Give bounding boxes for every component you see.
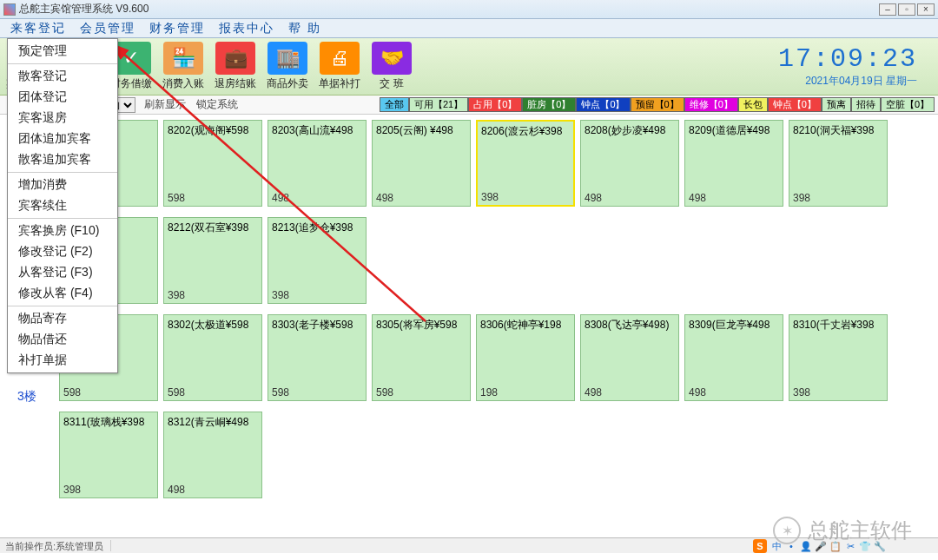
- room-tile[interactable]: 8205(云阁) ¥498498: [372, 120, 471, 207]
- room-price: 498: [585, 386, 602, 399]
- toolbar-label: 商品外卖: [267, 76, 308, 91]
- status-chip[interactable]: 占用【0】: [468, 97, 522, 112]
- menu-finance-manage[interactable]: 财务管理: [142, 21, 212, 36]
- maximize-button[interactable]: ▫: [898, 3, 915, 16]
- app-icon: [3, 3, 16, 16]
- status-chip[interactable]: 空脏【0】: [881, 97, 935, 112]
- room-tile[interactable]: 8209(道德居¥498498: [684, 120, 783, 207]
- window-titlebar: 总舵主宾馆管理系统 V9.600 – ▫ ×: [0, 0, 938, 19]
- close-button[interactable]: ×: [917, 3, 935, 16]
- menu-report-center[interactable]: 报表中心: [212, 21, 281, 36]
- refresh-display-label[interactable]: 刷新显示: [144, 97, 186, 112]
- guest-register-dropdown: 预定管理 散客登记 团体登记 宾客退房 团体追加宾客 散客追加宾客 增加消费 宾…: [7, 38, 118, 373]
- room-tile[interactable]: 8303(老子楼¥598598: [268, 314, 367, 401]
- room-tile[interactable]: 8311(玻璃栈¥398398: [59, 412, 158, 498]
- room-name: 8310(千丈岩¥398: [789, 315, 887, 335]
- room-row: 厅¥5988212(双石室¥3983988213(追梦仓¥398398: [0, 212, 938, 309]
- room-name: 8203(高山流¥498: [268, 121, 366, 141]
- clock: 17:09:23 2021年04月19日 星期一: [778, 44, 935, 89]
- status-chip[interactable]: 全部: [380, 97, 409, 112]
- room-tile[interactable]: 8302(太极道¥598598: [163, 314, 262, 401]
- lock-system-label[interactable]: 锁定系统: [196, 97, 238, 112]
- toolbar-label: 交 班: [380, 76, 403, 91]
- status-chip[interactable]: 脏房【0】: [522, 97, 576, 112]
- dropdown-group-add-guest[interactable]: 团体追加宾客: [8, 128, 117, 149]
- room-tile[interactable]: 8312(青云峒¥498498: [163, 412, 262, 498]
- toolbar-button-5[interactable]: 🏬商品外卖: [264, 42, 311, 91]
- room-name: 8309(巨龙亭¥498: [685, 315, 783, 335]
- watermark: ✶ 总舵主软件: [773, 517, 912, 544]
- toolbar-button-3[interactable]: 🏪消费入账: [160, 42, 207, 91]
- dropdown-extend-stay[interactable]: 宾客续住: [8, 195, 117, 216]
- dropdown-booking-manage[interactable]: 预定管理: [8, 41, 117, 62]
- status-chip[interactable]: 招待: [851, 97, 881, 112]
- status-chip[interactable]: 钟点【0】: [576, 97, 630, 112]
- room-name: 8303(老子楼¥598: [268, 315, 366, 335]
- room-name: 8209(道德居¥498: [685, 121, 783, 141]
- room-tile[interactable]: 8306(蛇神亭¥198198: [476, 314, 575, 401]
- dropdown-sub-guest-register[interactable]: 从客登记 (F3): [8, 262, 117, 283]
- dropdown-guest-checkout[interactable]: 宾客退房: [8, 108, 117, 128]
- dropdown-separator: [8, 63, 117, 64]
- room-price: 598: [168, 192, 185, 204]
- sogou-icon[interactable]: S: [753, 539, 767, 553]
- clock-time: 17:09:23: [778, 44, 917, 74]
- menu-help[interactable]: 帮 助: [281, 21, 328, 36]
- clock-date: 2021年04月19日 星期一: [778, 74, 917, 89]
- room-price: 198: [480, 386, 498, 399]
- toolbar-button-6[interactable]: 🖨单据补打: [316, 42, 363, 91]
- room-tile[interactable]: 8305(将军房¥598598: [372, 314, 471, 401]
- status-chip[interactable]: 可用【21】: [409, 97, 468, 112]
- dropdown-reprint[interactable]: 补打单据: [8, 350, 117, 371]
- status-chip[interactable]: 维修【0】: [684, 97, 738, 112]
- toolbar-button-7[interactable]: 🤝交 班: [368, 42, 415, 91]
- room-price: 498: [585, 192, 602, 204]
- status-chip[interactable]: 预离: [822, 97, 851, 112]
- room-tile[interactable]: 8308(飞达亭¥498)498: [580, 314, 679, 401]
- dropdown-group-checkin[interactable]: 团体登记: [8, 87, 117, 108]
- dropdown-edit-sub-guest[interactable]: 修改从客 (F4): [8, 283, 117, 304]
- dropdown-individual-checkin[interactable]: 散客登记: [8, 66, 117, 87]
- room-tile[interactable]: 8309(巨龙亭¥498498: [684, 314, 783, 401]
- menu-guest-register[interactable]: 来客登记: [3, 21, 73, 36]
- room-price: 598: [63, 386, 81, 399]
- room-price: 498: [376, 192, 393, 204]
- room-price: 598: [376, 386, 393, 399]
- filter-bar: 所有楼层 所有朝向 刷新显示 锁定系统 全部可用【21】占用【0】脏房【0】钟点…: [0, 96, 938, 115]
- room-name: 8208(妙步凌¥498: [581, 121, 678, 141]
- room-name: 8206(渡云杉¥398: [478, 122, 573, 142]
- room-name: 8202(观海阁¥598: [164, 121, 261, 141]
- status-chip[interactable]: 钟点【0】: [768, 97, 822, 112]
- toolbar-label: 消费入账: [162, 76, 204, 91]
- dropdown-add-expense[interactable]: 增加消费: [8, 175, 117, 195]
- room-price: 598: [168, 386, 185, 399]
- dropdown-separator: [8, 172, 117, 173]
- room-tile[interactable]: 8206(渡云杉¥398398: [476, 120, 575, 207]
- dropdown-individual-add-guest[interactable]: 散客追加宾客: [8, 149, 117, 170]
- toolbar-icon: 🖨: [320, 42, 360, 75]
- menu-member-manage[interactable]: 会员管理: [73, 21, 142, 36]
- room-tile[interactable]: 8210(洞天福¥398398: [789, 120, 888, 207]
- dropdown-item-deposit[interactable]: 物品寄存: [8, 308, 117, 329]
- room-tile[interactable]: 8310(千丈岩¥398398: [789, 314, 888, 401]
- room-name: 8205(云阁) ¥498: [373, 121, 470, 141]
- toolbar-button-4[interactable]: 💼退房结账: [212, 42, 259, 91]
- room-tile[interactable]: 8203(高山流¥498498: [268, 120, 367, 207]
- room-tile[interactable]: 8202(观海阁¥598598: [163, 120, 262, 207]
- dropdown-edit-register[interactable]: 修改登记 (F2): [8, 241, 117, 262]
- dropdown-item-lend[interactable]: 物品借还: [8, 329, 117, 350]
- room-tile[interactable]: 8208(妙步凌¥498498: [580, 120, 679, 207]
- room-name: 8213(追梦仓¥398: [268, 218, 366, 238]
- room-price: 498: [689, 192, 706, 204]
- room-tile[interactable]: 8213(追梦仓¥398398: [268, 217, 367, 304]
- minimize-button[interactable]: –: [879, 3, 896, 16]
- room-name: 8306(蛇神亭¥198: [477, 315, 574, 335]
- status-chip[interactable]: 预留【0】: [631, 97, 684, 112]
- dropdown-change-room[interactable]: 宾客换房 (F10): [8, 221, 117, 241]
- status-chips: 全部可用【21】占用【0】脏房【0】钟点【0】预留【0】维修【0】长包钟点【0】…: [380, 97, 935, 112]
- status-chip[interactable]: 长包: [738, 97, 768, 112]
- room-row: ¥5985988202(观海阁¥5985988203(高山流¥498498820…: [0, 115, 938, 212]
- toolbar-icon: 💼: [215, 42, 255, 75]
- room-price: 598: [272, 386, 289, 399]
- room-tile[interactable]: 8212(双石室¥398398: [163, 217, 262, 304]
